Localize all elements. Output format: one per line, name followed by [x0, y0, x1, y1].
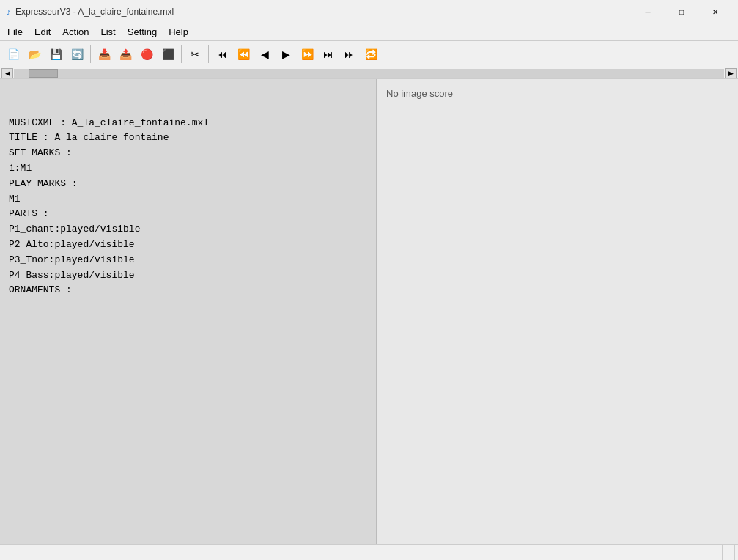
title-bar: ♪ ExpresseurV3 - A_la_claire_fontaine.mx…	[0, 0, 738, 23]
text-line: ORNAMENTS :	[9, 283, 370, 298]
toolbar-separator	[90, 45, 91, 63]
minimize-button[interactable]: ─	[631, 0, 665, 23]
menu-item-action[interactable]: Action	[56, 24, 95, 40]
left-panel: MUSICXML : A_la_claire_fontaine.mxlTITLE…	[0, 79, 377, 544]
text-line: TITLE : A la claire fontaine	[9, 130, 370, 146]
text-editor: MUSICXML : A_la_claire_fontaine.mxlTITLE…	[0, 79, 376, 304]
menu-item-edit[interactable]: Edit	[29, 24, 56, 40]
status-bar	[0, 544, 738, 560]
scroll-track[interactable]	[14, 69, 724, 78]
horizontal-scrollbar[interactable]: ◀ ▶	[0, 67, 738, 79]
end-btn[interactable]: ⏭	[339, 44, 360, 65]
toolbar-separator	[181, 45, 182, 63]
new-btn[interactable]: 📄	[3, 44, 23, 65]
status-segment-3	[723, 545, 735, 560]
text-line: P2_Alto:played/visible	[9, 237, 370, 253]
menu-item-list[interactable]: List	[95, 24, 122, 40]
refresh-btn[interactable]: 🔄	[67, 44, 87, 65]
download-btn[interactable]: 📥	[94, 44, 114, 65]
text-line: MUSICXML : A_la_claire_fontaine.mxl	[9, 116, 370, 131]
scroll-left-arrow[interactable]: ◀	[1, 68, 13, 78]
text-line: SET MARKS :	[9, 146, 370, 161]
menu-item-help[interactable]: Help	[163, 24, 194, 40]
skip-end-btn[interactable]: ⏭	[318, 44, 339, 65]
forward-btn[interactable]: ⏩	[297, 44, 317, 65]
maximize-button[interactable]: □	[665, 0, 698, 23]
close-button[interactable]: ✕	[698, 0, 732, 23]
play-btn[interactable]: ▶	[276, 44, 296, 65]
menu-item-file[interactable]: File	[1, 24, 29, 40]
text-line: PARTS :	[9, 207, 370, 222]
text-line: 1:M1	[9, 161, 370, 177]
stop-btn[interactable]: ⬛	[158, 44, 178, 65]
open-btn[interactable]: 📂	[24, 44, 45, 65]
status-segment-2	[15, 545, 723, 560]
record-btn[interactable]: 🔴	[136, 44, 157, 65]
cut-btn[interactable]: ✂	[185, 44, 205, 65]
toolbar: 📄📂💾🔄📥📤🔴⬛✂⏮⏪◀▶⏩⏭⏭🔁	[0, 41, 738, 67]
right-panel: No image score	[377, 79, 738, 544]
menu-bar: FileEditActionListSettingHelp	[0, 23, 738, 41]
no-image-label: No image score	[386, 88, 453, 99]
text-line: P3_Tnor:played/visible	[9, 253, 370, 268]
menu-item-setting[interactable]: Setting	[122, 24, 163, 40]
skip-start-btn[interactable]: ⏮	[212, 44, 232, 65]
scroll-thumb[interactable]	[29, 69, 58, 78]
save-btn[interactable]: 💾	[45, 44, 66, 65]
text-line: M1	[9, 192, 370, 207]
app-icon: ♪	[6, 6, 11, 18]
toolbar-separator	[208, 45, 209, 63]
scroll-right-arrow[interactable]: ▶	[725, 68, 737, 78]
text-line: PLAY MARKS :	[9, 177, 370, 192]
status-segment-1	[3, 545, 15, 560]
upload-btn[interactable]: 📤	[115, 44, 136, 65]
main-content: MUSICXML : A_la_claire_fontaine.mxlTITLE…	[0, 79, 738, 544]
text-line: P1_chant:played/visible	[9, 222, 370, 237]
rewind-btn[interactable]: ⏪	[233, 44, 254, 65]
loop-btn[interactable]: 🔁	[361, 44, 381, 65]
text-line: P4_Bass:played/visible	[9, 268, 370, 284]
prev-btn[interactable]: ◀	[254, 44, 275, 65]
title-bar-text: ExpresseurV3 - A_la_claire_fontaine.mxl	[15, 7, 631, 17]
